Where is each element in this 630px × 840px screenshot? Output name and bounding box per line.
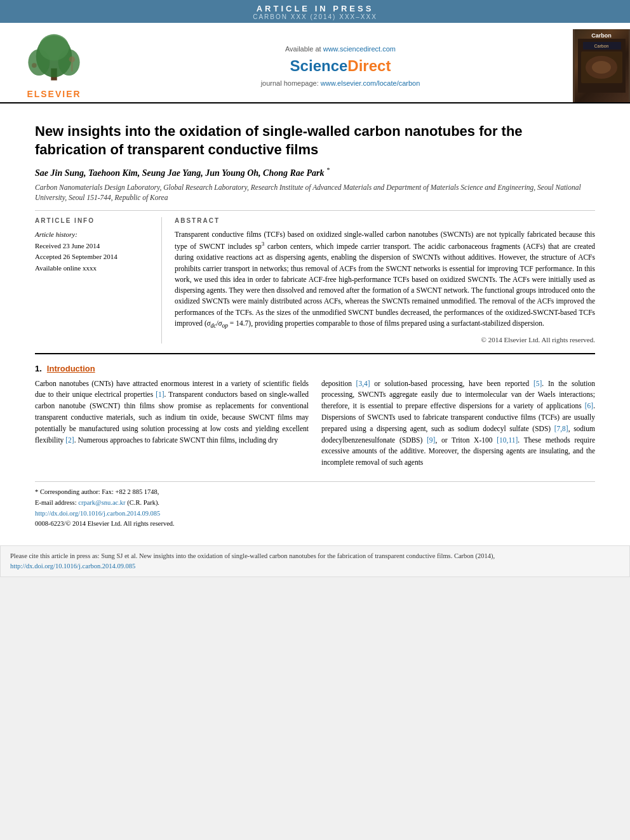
email-credit: (C.R. Park). bbox=[127, 499, 159, 506]
corresponding-label: * Corresponding author: bbox=[35, 488, 100, 495]
article-info-label: ARTICLE INFO bbox=[35, 217, 152, 224]
section-number: 1. bbox=[35, 364, 42, 373]
article-title: New insights into the oxidation of singl… bbox=[35, 123, 595, 159]
svg-text:Carbon: Carbon bbox=[594, 44, 608, 48]
article-history: Article history: Received 23 June 2014 A… bbox=[35, 229, 152, 274]
article-info-abstract-area: ARTICLE INFO Article history: Received 2… bbox=[35, 217, 595, 343]
intro-right-col: deposition [3,4] or solution-based proce… bbox=[321, 378, 595, 469]
citation-bar: Please cite this article in press as: Su… bbox=[0, 545, 630, 577]
carbon-journal-cover-area: Carbon Carbon bbox=[573, 29, 630, 102]
journal-ref: CARBON XXX (2014) XXX–XXX bbox=[0, 13, 630, 20]
email-label: E-mail address: bbox=[35, 499, 77, 506]
ref-3-4[interactable]: [3,4] bbox=[356, 380, 370, 387]
page-wrapper: ARTICLE IN PRESS CARBON XXX (2014) XXX–X… bbox=[0, 0, 630, 577]
cover-title-text: Carbon bbox=[591, 32, 612, 39]
aip-title: ARTICLE IN PRESS bbox=[0, 4, 630, 13]
citation-doi-link[interactable]: http://dx.doi.org/10.1016/j.carbon.2014.… bbox=[10, 563, 135, 570]
authors-line: Sae Jin Sung, Taehoon Kim, Seung Jae Yan… bbox=[35, 166, 595, 178]
copyright-line: © 2014 Elsevier Ltd. All rights reserved… bbox=[175, 336, 595, 343]
svg-point-6 bbox=[69, 57, 75, 62]
abstract-label: ABSTRACT bbox=[175, 217, 595, 224]
author-2: Taehoon Kim, bbox=[88, 168, 140, 178]
svg-point-8 bbox=[32, 63, 37, 68]
ref-10-11[interactable]: [10,11] bbox=[497, 436, 518, 444]
intro-left-col: Carbon nanotubes (CNTs) have attracted e… bbox=[35, 378, 309, 469]
ref-2[interactable]: [2] bbox=[65, 436, 74, 444]
journal-homepage-label: journal homepage: bbox=[261, 79, 319, 87]
article-info-column: ARTICLE INFO Article history: Received 2… bbox=[35, 217, 162, 343]
available-at-text: Available at www.sciencedirect.com bbox=[285, 45, 396, 53]
affiliation-text: Carbon Nanomaterials Design Laboratory, … bbox=[35, 182, 595, 203]
ref-1[interactable]: [1] bbox=[156, 390, 164, 398]
author-1: Sae Jin Sung, bbox=[35, 168, 86, 178]
intro-right-text: deposition [3,4] or solution-based proce… bbox=[321, 378, 595, 469]
ref-9[interactable]: [9] bbox=[427, 436, 435, 444]
svg-point-5 bbox=[39, 34, 69, 61]
available-online: Available online xxxx bbox=[35, 263, 152, 274]
ref-5[interactable]: [5] bbox=[533, 380, 542, 387]
author-5: Chong Rae Park bbox=[263, 168, 324, 178]
article-in-press-banner: ARTICLE IN PRESS CARBON XXX (2014) XXX–X… bbox=[0, 0, 630, 23]
author-3: Seung Jae Yang, bbox=[142, 168, 203, 178]
abstract-column: ABSTRACT Transparent conductive films (T… bbox=[175, 217, 595, 343]
header-center: Available at www.sciencedirect.com Scien… bbox=[108, 29, 573, 102]
article-history-label: Article history: bbox=[35, 229, 152, 241]
section-title: Introduction bbox=[47, 364, 95, 373]
sd-logo-blue: Science bbox=[290, 57, 348, 74]
sciencedirect-link[interactable]: www.sciencedirect.com bbox=[323, 45, 396, 53]
email-note: E-mail address: crpark@snu.ac.kr (C.R. P… bbox=[35, 498, 595, 509]
ref-6[interactable]: [6] bbox=[585, 402, 593, 410]
footnote-area: * Corresponding author: Fax: +82 2 885 1… bbox=[35, 481, 595, 530]
cover-image-icon: Carbon bbox=[578, 39, 626, 93]
doi-note: http://dx.doi.org/10.1016/j.carbon.2014.… bbox=[35, 509, 595, 519]
ref-7-8[interactable]: [7,8] bbox=[554, 425, 568, 432]
svg-point-12 bbox=[592, 61, 611, 74]
sd-logo-orange: Direct bbox=[347, 57, 391, 74]
intro-left-text: Carbon nanotubes (CNTs) have attracted e… bbox=[35, 378, 309, 446]
elsevier-tree-icon bbox=[19, 32, 89, 86]
doi-link[interactable]: http://dx.doi.org/10.1016/j.carbon.2014.… bbox=[35, 510, 160, 517]
header-divider bbox=[35, 210, 595, 211]
body-divider bbox=[35, 353, 595, 354]
elsevier-label: ELSEVIER bbox=[27, 89, 81, 99]
fax-text: Fax: +82 2 885 1748, bbox=[102, 488, 159, 495]
received-date: Received 23 June 2014 bbox=[35, 241, 152, 252]
citation-text: Please cite this article in press as: Su… bbox=[10, 552, 495, 559]
journal-homepage: journal homepage: www.elsevier.com/locat… bbox=[261, 79, 420, 87]
email-link[interactable]: crpark@snu.ac.kr bbox=[78, 499, 125, 506]
sciencedirect-logo: ScienceDirect bbox=[290, 57, 391, 75]
corresponding-author-note: * Corresponding author: Fax: +82 2 885 1… bbox=[35, 487, 595, 498]
carbon-journal-cover: Carbon Carbon bbox=[575, 29, 629, 102]
main-content: New insights into the oxidation of singl… bbox=[0, 103, 630, 539]
abstract-text: Transparent conductive films (TCFs) base… bbox=[175, 229, 595, 330]
elsevier-logo-area: ELSEVIER bbox=[0, 29, 108, 102]
issn-note: 0008-6223/© 2014 Elsevier Ltd. All right… bbox=[35, 519, 595, 530]
author-4: Jun Young Oh, bbox=[205, 168, 260, 178]
header-area: ELSEVIER Available at www.sciencedirect.… bbox=[0, 23, 630, 103]
journal-homepage-link[interactable]: www.elsevier.com/locate/carbon bbox=[321, 79, 420, 87]
accepted-date: Accepted 26 September 2014 bbox=[35, 251, 152, 263]
introduction-body: Carbon nanotubes (CNTs) have attracted e… bbox=[35, 378, 595, 469]
introduction-heading: 1.Introduction bbox=[35, 364, 595, 373]
corresponding-marker: * bbox=[326, 166, 330, 173]
